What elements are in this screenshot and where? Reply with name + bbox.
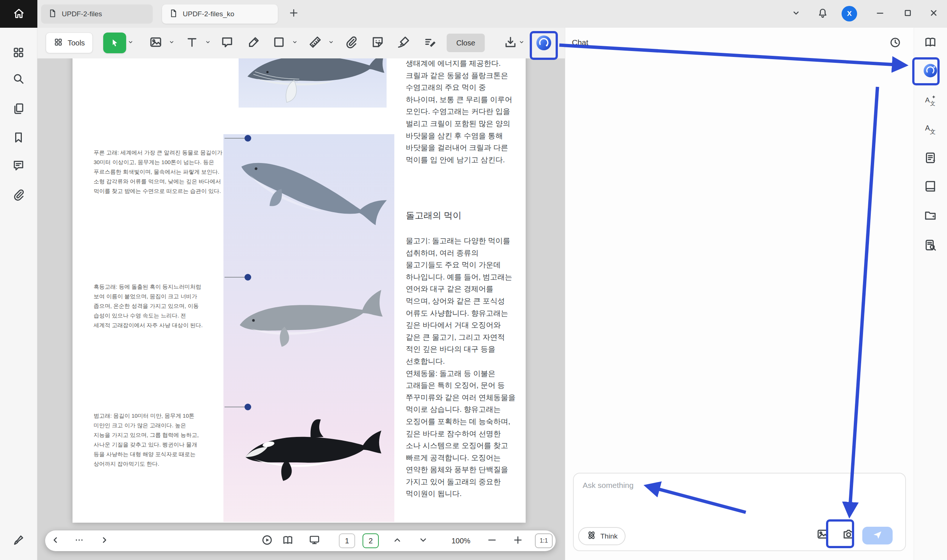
save-icon[interactable] — [503, 35, 518, 51]
text-line: 물고기: 돌고래는 다양한 먹이를 — [406, 235, 516, 247]
close-window-button[interactable] — [928, 8, 939, 20]
pdf-page: 생태계에 에너지를 제공한다.크릴과 같은 동물성 플랑크톤은수염고래의 주요 … — [72, 28, 526, 523]
text-line: 지능을 가지고 있으며, 그룹 협력에 능하고, — [94, 430, 208, 440]
page-box-1[interactable]: 1 — [339, 533, 355, 548]
avatar[interactable]: X — [842, 6, 857, 22]
image-tool-chevron[interactable] — [168, 39, 175, 47]
measure-tool-icon[interactable] — [308, 35, 322, 51]
maximize-button[interactable] — [902, 8, 913, 20]
paperclip-icon[interactable] — [12, 188, 25, 203]
save-chevron[interactable] — [518, 39, 525, 47]
chevron-down-icon[interactable] — [791, 8, 802, 20]
pen-tool-icon[interactable] — [247, 35, 261, 51]
page-down-icon[interactable] — [418, 534, 429, 547]
tab-updf-2-files[interactable]: UPDF-2-files — [41, 5, 153, 24]
back-icon[interactable] — [50, 534, 61, 547]
ai-assistant-toolbar-button[interactable] — [536, 35, 552, 51]
actual-size-button[interactable]: 1:1 — [535, 533, 553, 548]
tab-updf-2-files-ko[interactable]: UPDF-2-files_ko — [162, 5, 278, 24]
search-icon[interactable] — [12, 72, 25, 87]
close-tools-button[interactable]: Close — [446, 34, 484, 52]
select-tool-chevron[interactable] — [127, 39, 134, 47]
pages-icon[interactable] — [12, 102, 25, 117]
think-label: Think — [600, 532, 617, 540]
svg-text:A: A — [925, 96, 930, 104]
home-icon — [12, 7, 25, 21]
forward-icon[interactable] — [99, 534, 110, 547]
status-bar: 1 2 100% 1:1 — [45, 531, 555, 551]
text-line: 좁으며, 온순한 성격을 가지고 있으며, 이동 — [94, 301, 208, 311]
text-line: 상어까지 잡아먹기도 한다. — [94, 459, 208, 469]
book-icon[interactable] — [924, 180, 937, 194]
text-line: 고래들은 특히 오징어, 문어 등 — [406, 379, 516, 391]
text-line: 먹이를 입 안에 남기고 삼킨다. — [406, 154, 512, 166]
right-icon-strip: A文 A文 — [914, 28, 947, 560]
sticker-tool-icon[interactable] — [371, 35, 385, 51]
chat-title: Chat — [572, 38, 588, 47]
new-tab-button[interactable] — [288, 8, 299, 20]
page-up-icon[interactable] — [392, 534, 403, 547]
text-line: 오징어를 포획하는 데 능숙하며, — [406, 415, 516, 428]
comment-tool-icon[interactable] — [220, 35, 234, 51]
note-blue-whale: 푸른 고래: 세계에서 가장 큰 알려진 동물로 몸길이가 30미터 이상이고,… — [94, 148, 208, 196]
zoom-in-icon[interactable] — [512, 534, 523, 547]
image-tool-icon[interactable] — [149, 35, 163, 51]
text-line: 어류도 사냥합니다. 향유고래는 — [406, 307, 516, 319]
text-tool-chevron[interactable] — [205, 39, 211, 47]
text-line: 먹이로 삼습니다. 향유고래는 — [406, 403, 516, 415]
autoscroll-play-icon[interactable] — [261, 534, 273, 548]
shape-tool-icon[interactable] — [272, 35, 286, 51]
note-killer-whale: 범고래: 몸길이 10미터 미만, 몸무게 10톤미만인 크고 이가 많은 고래… — [94, 411, 208, 469]
tab-label: UPDF-2-files — [62, 10, 102, 18]
translate-icon[interactable]: A文 — [924, 122, 937, 137]
minimize-button[interactable] — [875, 8, 885, 20]
text-line: 연약한 몸체와 풍부한 단백질을 — [406, 463, 516, 476]
home-button[interactable] — [0, 0, 37, 28]
shape-tool-chevron[interactable] — [292, 39, 298, 47]
text-line: 소나 시스템으로 오징어를 찾고 — [406, 440, 516, 452]
text-line: 미만인 크고 이가 많은 고래이다. 높은 — [94, 421, 208, 430]
comment-icon[interactable] — [12, 158, 25, 173]
history-icon[interactable] — [889, 36, 901, 50]
presentation-icon[interactable] — [308, 534, 320, 548]
image-upload-icon[interactable] — [816, 528, 829, 542]
reader-icon[interactable] — [924, 35, 937, 50]
pen-icon[interactable] — [12, 533, 25, 548]
tools-button[interactable]: Tools — [46, 32, 93, 53]
summary-doc-icon[interactable] — [924, 151, 937, 166]
more-icon[interactable] — [74, 534, 85, 547]
chat-input-box[interactable]: Ask something Think — [573, 473, 906, 551]
zoom-out-icon[interactable] — [486, 534, 498, 547]
tab-label: UPDF-2-files_ko — [183, 10, 234, 18]
text-line: 바닷물을 걸러내어 크릴과 다른 — [406, 142, 512, 154]
text-line: 가지고 있어 돌고래의 중요한 — [406, 476, 516, 488]
callout-line — [225, 138, 247, 138]
think-button[interactable]: Think — [578, 527, 626, 545]
signature-tool-icon[interactable] — [396, 35, 410, 51]
translate-ai-icon[interactable]: A文 — [924, 94, 937, 109]
measure-tool-chevron[interactable] — [328, 39, 335, 47]
ai-chat-icon[interactable] — [922, 63, 938, 80]
callout-line — [225, 406, 247, 407]
chat-panel: Chat Ask something Think — [565, 28, 914, 560]
text-tool-icon[interactable] — [185, 35, 199, 51]
select-tool-button[interactable] — [103, 32, 126, 53]
attach-tool-icon[interactable] — [344, 35, 358, 51]
chat-input[interactable]: Ask something — [583, 481, 634, 490]
bell-icon[interactable] — [817, 7, 828, 20]
select-cursor-icon — [103, 32, 126, 53]
book-open-icon[interactable] — [282, 534, 294, 548]
doc-search-icon[interactable] — [924, 238, 937, 253]
text-line: 연체동물: 돌고래 등 이불은 — [406, 368, 516, 380]
bookmark-icon[interactable] — [12, 131, 25, 146]
send-button[interactable] — [862, 527, 893, 545]
apps-grid-icon[interactable] — [12, 46, 25, 61]
screenshot-camera-icon[interactable] — [842, 528, 855, 542]
zoom-level[interactable]: 100% — [451, 537, 470, 545]
text-line: 등을 사냥하는 대형 해양 포식자로 때로는 — [94, 449, 208, 459]
folder-ai-icon[interactable] — [924, 209, 937, 224]
text-line: 푸르스름한 회색빛이며, 물속에서는 파랗게 보인다. — [94, 167, 208, 177]
redact-tool-icon[interactable] — [423, 35, 437, 51]
page-box-2[interactable]: 2 — [362, 533, 379, 548]
text-line: 소형 갑각류와 어류를 먹으며, 낮에는 깊은 바다에서 — [94, 177, 208, 186]
